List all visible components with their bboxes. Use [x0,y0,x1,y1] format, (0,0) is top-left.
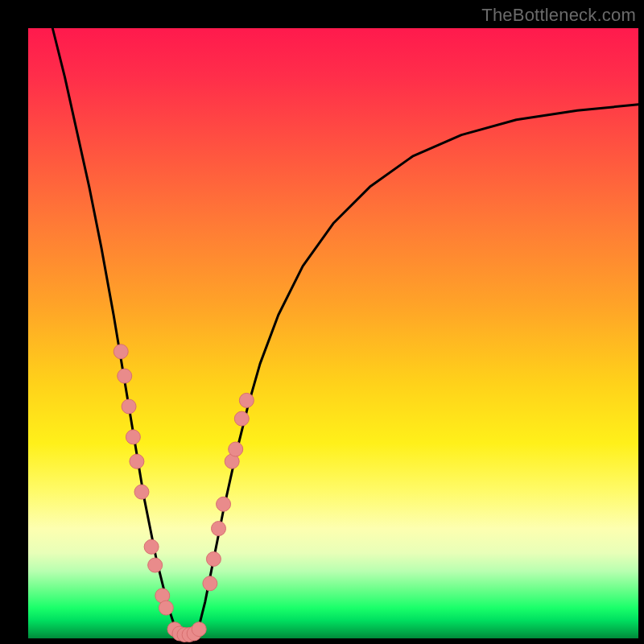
data-marker [114,345,128,359]
data-marker [229,442,243,456]
curve-markers [114,345,254,642]
data-marker [212,522,226,536]
data-marker [122,399,136,414]
data-marker [126,430,140,444]
data-marker [217,497,231,511]
watermark-label: TheBottleneck.com [481,5,636,26]
data-marker [144,539,159,554]
curve-lines [52,28,638,635]
data-marker [159,601,173,615]
data-marker [130,454,144,469]
data-marker [203,576,217,591]
plot-area [28,28,638,638]
data-marker [234,411,249,426]
chart-frame: TheBottleneck.com [0,0,644,644]
data-marker [239,393,254,407]
chart-svg [28,28,638,638]
data-marker [148,558,163,572]
series-right-branch [193,105,638,635]
data-marker [134,485,149,499]
data-marker [192,622,206,637]
data-marker [118,369,132,383]
series-left-branch [52,28,180,635]
data-marker [206,551,221,566]
